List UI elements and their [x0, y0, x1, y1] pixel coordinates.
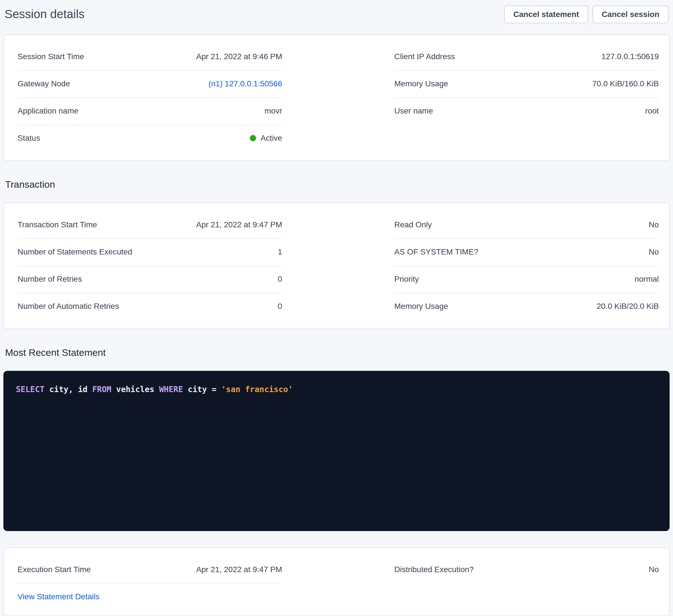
- session-card-right-column: Client IP Address 127.0.0.1:50619 Memory…: [394, 44, 659, 152]
- main-content: Session Start Time Apr 21, 2022 at 9:46 …: [0, 34, 673, 616]
- sql-token: [216, 385, 221, 394]
- sql-statement-box: SELECT city, id FROM vehicles WHERE city…: [3, 371, 670, 531]
- table-row: Gateway Node (n1) 127.0.0.1:50566: [18, 71, 282, 98]
- table-row: Client IP Address 127.0.0.1:50619: [394, 44, 659, 71]
- execution-rows: Execution Start Time Apr 21, 2022 at 9:4…: [18, 557, 282, 584]
- row-label: Number of Statements Executed: [18, 247, 132, 257]
- row-label: Client IP Address: [394, 51, 455, 62]
- row-label: Number of Automatic Retries: [18, 301, 119, 311]
- row-label: AS OF SYSTEM TIME?: [394, 247, 478, 257]
- row-value: 0: [278, 301, 282, 311]
- row-label: User name: [394, 106, 433, 116]
- row-value: Apr 21, 2022 at 9:47 PM: [196, 565, 282, 575]
- row-value: No: [649, 247, 659, 257]
- row-value: root: [645, 106, 659, 116]
- status-label: Active: [261, 133, 282, 143]
- row-label: Status: [18, 133, 40, 143]
- execution-card-right-column: Distributed Execution? No: [394, 557, 659, 602]
- row-value: No: [649, 220, 659, 230]
- session-summary-card: Session Start Time Apr 21, 2022 at 9:46 …: [3, 34, 670, 161]
- table-row: Read Only No: [394, 212, 659, 239]
- table-row: Number of Automatic Retries 0: [18, 293, 282, 320]
- row-value: movr: [264, 106, 282, 116]
- row-value: 20.0 KiB/20.0 KiB: [597, 301, 659, 311]
- transaction-card: Transaction Start Time Apr 21, 2022 at 9…: [3, 203, 670, 329]
- sql-token: 'san francisco': [221, 385, 293, 394]
- table-row: AS OF SYSTEM TIME? No: [394, 239, 659, 266]
- row-label: Transaction Start Time: [18, 220, 97, 230]
- sql-token: SELECT: [16, 385, 44, 394]
- header-actions: Cancel statement Cancel session: [504, 6, 668, 23]
- table-row: Priority normal: [394, 266, 659, 293]
- table-row: Execution Start Time Apr 21, 2022 at 9:4…: [18, 557, 282, 584]
- table-row: Status Active: [18, 125, 282, 152]
- table-row: Memory Usage 70.0 KiB/160.0 KiB: [394, 71, 659, 98]
- transaction-card-left-column: Transaction Start Time Apr 21, 2022 at 9…: [18, 212, 282, 320]
- row-label: Priority: [394, 274, 419, 284]
- row-label: Number of Retries: [18, 274, 82, 284]
- row-value: Apr 21, 2022 at 9:46 PM: [196, 51, 282, 62]
- sql-token: city: [183, 385, 212, 394]
- session-card-left-column: Session Start Time Apr 21, 2022 at 9:46 …: [18, 44, 282, 152]
- row-label: Session Start Time: [18, 51, 84, 62]
- sql-token: FROM: [92, 385, 111, 394]
- table-row: Number of Statements Executed 1: [18, 239, 282, 266]
- execution-card-left-column: Execution Start Time Apr 21, 2022 at 9:4…: [18, 557, 282, 602]
- table-row: Session Start Time Apr 21, 2022 at 9:46 …: [18, 44, 282, 71]
- table-row: Memory Usage 20.0 KiB/20.0 KiB: [394, 293, 659, 320]
- link-row: View Statement Details: [18, 584, 282, 602]
- sql-token: WHERE: [159, 385, 183, 394]
- table-row: User name root: [394, 98, 659, 124]
- transaction-card-right-column: Read Only No AS OF SYSTEM TIME? No Prior…: [394, 212, 659, 320]
- status-dot-icon: [250, 135, 256, 141]
- transaction-section-heading: Transaction: [5, 178, 668, 191]
- sql-token: city, id: [44, 385, 92, 394]
- table-row: Transaction Start Time Apr 21, 2022 at 9…: [18, 212, 282, 239]
- gateway-node-link[interactable]: (n1) 127.0.0.1:50566: [208, 79, 282, 89]
- row-label: Memory Usage: [394, 301, 448, 311]
- row-value: Apr 21, 2022 at 9:47 PM: [196, 220, 282, 230]
- statement-section-heading: Most Recent Statement: [5, 346, 668, 359]
- row-label: Distributed Execution?: [394, 565, 474, 575]
- table-row: Application name movr: [18, 98, 282, 125]
- table-row: Distributed Execution? No: [394, 557, 659, 583]
- cancel-statement-button[interactable]: Cancel statement: [504, 6, 588, 23]
- view-statement-details-link[interactable]: View Statement Details: [18, 592, 99, 601]
- sql-statement-text: SELECT city, id FROM vehicles WHERE city…: [16, 385, 293, 394]
- row-label: Application name: [18, 106, 78, 116]
- status-badge: Active: [250, 133, 282, 143]
- sql-token: vehicles: [111, 385, 159, 394]
- row-value: 70.0 KiB/160.0 KiB: [592, 79, 659, 89]
- page-header: Session details Cancel statement Cancel …: [0, 0, 673, 23]
- sql-token: =: [212, 385, 216, 394]
- row-label: Gateway Node: [18, 79, 70, 89]
- row-value: normal: [635, 274, 659, 284]
- row-label: Memory Usage: [394, 79, 448, 89]
- row-value: 1: [278, 247, 282, 257]
- row-value: 127.0.0.1:50619: [602, 51, 659, 62]
- row-label: Execution Start Time: [18, 565, 91, 575]
- row-value: 0: [278, 274, 282, 284]
- row-label: Read Only: [394, 220, 432, 230]
- row-value: No: [649, 565, 659, 575]
- table-row: Number of Retries 0: [18, 266, 282, 293]
- execution-card: Execution Start Time Apr 21, 2022 at 9:4…: [3, 548, 670, 616]
- cancel-session-button[interactable]: Cancel session: [593, 6, 668, 23]
- page-title: Session details: [5, 6, 85, 22]
